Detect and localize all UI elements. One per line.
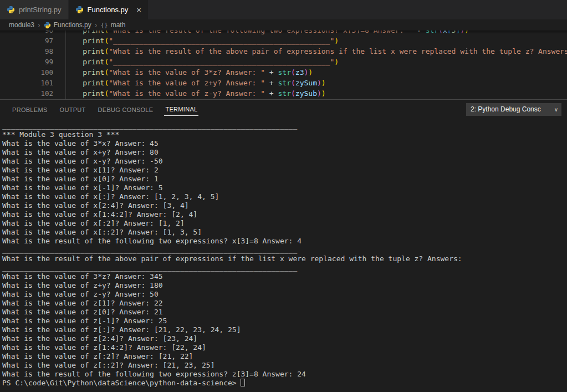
code-line[interactable]: 98 print("What is the result of the abov… bbox=[0, 46, 567, 57]
terminal-selector-value: 2: Python Debug Consc bbox=[471, 105, 541, 113]
panel-tab-debug-console[interactable]: DEBUG CONSOLE bbox=[97, 103, 155, 116]
symbol-braces-icon: {} bbox=[100, 22, 108, 29]
terminal-line: What is the result of the above pair of … bbox=[2, 254, 567, 263]
code-text: print("What is the result of the above p… bbox=[61, 46, 567, 57]
code-text: print("What is the value of 3*z? Answer:… bbox=[61, 67, 313, 78]
terminal-cursor[interactable] bbox=[241, 379, 245, 386]
terminal-line: What is the value of x[1]? Answer: 2 bbox=[2, 166, 567, 175]
terminal-line: What is the value of x[2:4]? Answer: [3,… bbox=[2, 201, 567, 210]
chevron-right-icon: › bbox=[38, 21, 40, 29]
terminal-line: What is the value of x[:]? Answer: [1, 2… bbox=[2, 192, 567, 201]
line-number[interactable]: 96 bbox=[0, 30, 61, 35]
chevron-right-icon: › bbox=[95, 21, 98, 29]
terminal-line: What is the value of z-y? Answer: 50 bbox=[2, 290, 567, 299]
close-icon[interactable]: × bbox=[136, 6, 141, 14]
terminal[interactable]: ________________________________________… bbox=[0, 119, 567, 388]
code-line[interactable]: 100 print("What is the value of 3*z? Ans… bbox=[0, 67, 567, 78]
breadcrumb-item-module3[interactable]: module3 bbox=[9, 21, 34, 29]
panel-tab-output[interactable]: OUTPUT bbox=[59, 103, 87, 116]
terminal-line: What is the value of z[1:4:2]? Answer: [… bbox=[2, 343, 567, 352]
terminal-line: What is the value of x-y? Answer: -50 bbox=[2, 157, 567, 166]
terminal-line: What is the value of x+y? Answer: 80 bbox=[2, 148, 567, 157]
panel-header: PROBLEMS OUTPUT DEBUG CONSOLE TERMINAL 2… bbox=[0, 100, 567, 119]
python-icon bbox=[44, 22, 51, 29]
terminal-line: What is the value of 3*x? Answer: 45 bbox=[2, 139, 567, 148]
line-number[interactable]: 99 bbox=[0, 57, 61, 67]
terminal-line: What is the result of the following two … bbox=[2, 370, 567, 379]
chevron-down-icon: ∨ bbox=[554, 106, 558, 113]
terminal-line: What is the value of x[-1]? Answer: 5 bbox=[2, 184, 567, 192]
terminal-line: What is the result of the following two … bbox=[2, 237, 567, 246]
terminal-line: What is the value of x[::2]? Answer: [1,… bbox=[2, 228, 567, 237]
terminal-line: ________________________________________… bbox=[2, 246, 567, 254]
terminal-line: What is the value of z[:]? Answer: [21, … bbox=[2, 325, 567, 334]
editor-tab-bar: printString.py Functions.py × bbox=[0, 0, 567, 19]
code-text: print("What is the result of the followi… bbox=[61, 30, 469, 35]
tab-label: printString.py bbox=[19, 6, 62, 14]
line-number[interactable]: 98 bbox=[0, 46, 61, 57]
code-text: print("What is the value of z+y? Answer:… bbox=[61, 78, 326, 88]
terminal-prompt-line: PS C:\code\Git\Python\dataScience\python… bbox=[2, 379, 567, 388]
terminal-line: *** Module 3 question 3 *** bbox=[2, 130, 567, 139]
terminal-line: ________________________________________… bbox=[2, 263, 567, 272]
breadcrumb-item-math[interactable]: math bbox=[111, 21, 126, 29]
code-line[interactable]: 101 print("What is the value of z+y? Ans… bbox=[0, 78, 567, 88]
breadcrumb-item-functions-py[interactable]: Functions.py bbox=[54, 21, 91, 29]
panel-tab-problems[interactable]: PROBLEMS bbox=[11, 103, 49, 116]
vscode-window: { "tab_bar": { "tabs": [ { "label": "pri… bbox=[0, 0, 567, 392]
terminal-output: ________________________________________… bbox=[2, 121, 567, 379]
editor-lines: 96 print("What is the result of the foll… bbox=[0, 30, 567, 99]
line-number[interactable]: 102 bbox=[0, 88, 61, 99]
code-line[interactable]: 97 print("______________________________… bbox=[0, 35, 567, 46]
terminal-line: What is the value of x[1:4:2]? Answer: [… bbox=[2, 210, 567, 219]
terminal-line: What is the value of z[::2]? Answer: [21… bbox=[2, 361, 567, 370]
terminal-line: What is the value of z[2:4]? Answer: [23… bbox=[2, 334, 567, 343]
code-text: print("_________________________________… bbox=[61, 57, 339, 67]
terminal-line: What is the value of x[:2]? Answer: [1, … bbox=[2, 219, 567, 228]
indent-guide bbox=[65, 30, 66, 99]
tab-functions-py[interactable]: Functions.py × bbox=[69, 0, 148, 19]
line-number[interactable]: 101 bbox=[0, 78, 61, 88]
terminal-line: What is the value of z[:2]? Answer: [21,… bbox=[2, 352, 567, 361]
terminal-line: What is the value of 3*z? Answer: 345 bbox=[2, 272, 567, 281]
terminal-line: ________________________________________… bbox=[2, 121, 567, 130]
terminal-line: What is the value of z[1]? Answer: 22 bbox=[2, 299, 567, 308]
code-editor[interactable]: 96 print("What is the result of the foll… bbox=[0, 30, 567, 99]
terminal-prompt: PS C:\code\Git\Python\dataScience\python… bbox=[2, 379, 237, 387]
code-text: print("_________________________________… bbox=[61, 35, 339, 46]
code-line[interactable]: 99 print("______________________________… bbox=[0, 57, 567, 67]
python-icon bbox=[7, 6, 15, 14]
breadcrumb: module3 › Functions.py › {} math bbox=[0, 19, 567, 30]
terminal-selector-dropdown[interactable]: 2: Python Debug Consc ∨ bbox=[466, 103, 561, 116]
terminal-line: What is the value of x[0]? Answer: 1 bbox=[2, 175, 567, 184]
code-text: print("What is the value of z-y? Answer:… bbox=[61, 88, 326, 99]
panel-tab-terminal[interactable]: TERMINAL bbox=[164, 103, 198, 116]
line-number[interactable]: 100 bbox=[0, 67, 61, 78]
tab-printstring-py[interactable]: printString.py bbox=[0, 0, 69, 19]
python-icon bbox=[75, 6, 84, 14]
terminal-line: What is the value of z[0]? Answer: 21 bbox=[2, 308, 567, 317]
terminal-line: What is the value of z[-1]? Answer: 25 bbox=[2, 317, 567, 325]
terminal-line: What is the value of z+y? Answer: 180 bbox=[2, 281, 567, 290]
bottom-panel: PROBLEMS OUTPUT DEBUG CONSOLE TERMINAL 2… bbox=[0, 99, 567, 392]
code-line[interactable]: 102 print("What is the value of z-y? Ans… bbox=[0, 88, 567, 99]
tab-label: Functions.py bbox=[88, 6, 129, 14]
line-number[interactable]: 97 bbox=[0, 35, 61, 46]
code-line[interactable]: 96 print("What is the result of the foll… bbox=[0, 30, 567, 35]
